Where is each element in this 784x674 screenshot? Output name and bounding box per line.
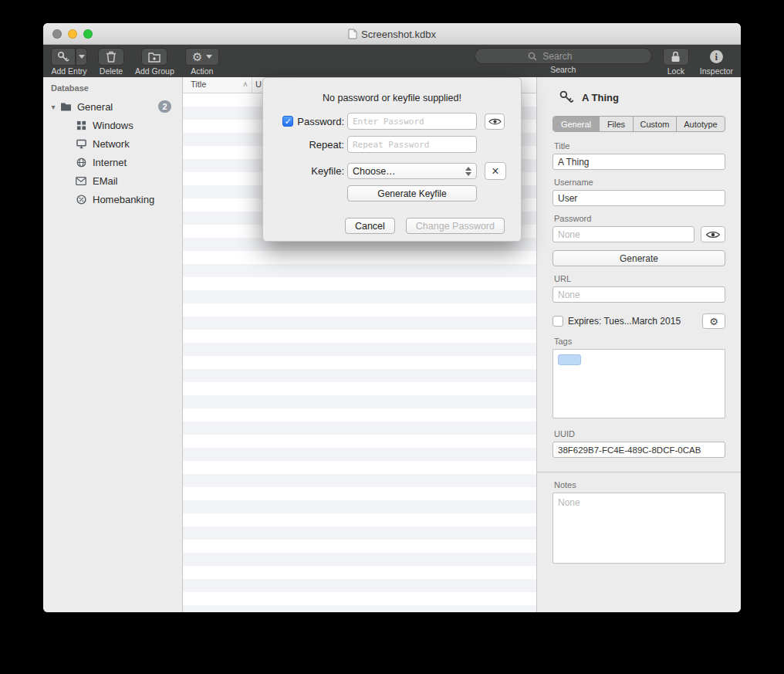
expires-label: Expires: Tues...March 2015 xyxy=(568,316,698,327)
url-field-label: URL xyxy=(554,274,725,283)
trash-icon xyxy=(106,51,117,63)
tab-custom[interactable]: Custom xyxy=(634,117,677,131)
sidebar: Database ▾ General 2 Windows xyxy=(43,77,183,612)
action-label: Action xyxy=(191,67,213,76)
generate-keyfile-button[interactable]: Generate Keyfile xyxy=(347,185,477,202)
url-field[interactable] xyxy=(553,286,725,303)
delete-tool: Delete xyxy=(98,48,124,76)
globe-icon xyxy=(74,157,88,168)
delete-label: Delete xyxy=(100,67,123,76)
reveal-password-button[interactable] xyxy=(701,226,725,242)
lock-tool: Lock xyxy=(663,48,689,76)
add-entry-dropdown[interactable] xyxy=(76,48,87,66)
keyfile-popup[interactable]: Choose… xyxy=(347,163,477,179)
title-bar[interactable]: Screenshot.kdbx xyxy=(43,23,741,45)
sidebar-item-homebanking[interactable]: Homebanking xyxy=(43,190,182,208)
column-header-title[interactable]: Title xyxy=(191,80,206,89)
add-group-button[interactable] xyxy=(141,48,167,66)
chevron-down-icon xyxy=(206,55,212,59)
title-field-label: Title xyxy=(554,141,725,151)
uuid-field[interactable] xyxy=(553,442,725,458)
sidebar-item-label: General xyxy=(77,101,113,113)
search-icon xyxy=(528,52,537,61)
sidebar-item-email[interactable]: EMail xyxy=(43,171,182,190)
notes-label: Notes xyxy=(554,480,725,489)
chevron-down-icon xyxy=(79,55,85,59)
disclosure-triangle-icon[interactable]: ▾ xyxy=(48,103,59,111)
sidebar-item-label: Windows xyxy=(93,120,133,131)
password-checkbox[interactable]: ✓ xyxy=(282,116,293,127)
tab-files[interactable]: Files xyxy=(600,117,634,131)
sidebar-item-label: EMail xyxy=(93,175,118,187)
document-icon xyxy=(348,29,357,39)
sidebar-item-network[interactable]: Network xyxy=(43,134,182,153)
desktop: Screenshot.kdbx Add Entry xyxy=(0,0,784,674)
inspector-header: A Thing xyxy=(559,90,725,105)
expires-checkbox[interactable] xyxy=(553,316,563,327)
inspector-divider xyxy=(537,472,741,472)
window-title: Screenshot.kdbx xyxy=(361,29,436,40)
key-icon xyxy=(559,90,574,105)
column-divider[interactable] xyxy=(252,77,252,93)
sort-ascending-icon: ˄ xyxy=(243,80,248,89)
tag-chip[interactable] xyxy=(558,354,581,365)
windows-icon xyxy=(74,120,88,130)
lock-label: Lock xyxy=(667,67,684,76)
window-title-area: Screenshot.kdbx xyxy=(43,23,741,45)
action-button[interactable]: ⚙ xyxy=(185,48,219,66)
folder-icon xyxy=(59,102,73,111)
notes-field[interactable]: None xyxy=(553,493,725,564)
close-x-icon: × xyxy=(492,164,498,178)
expires-settings-button[interactable]: ⚙ xyxy=(702,313,725,329)
title-field[interactable] xyxy=(553,154,725,170)
tab-general[interactable]: General xyxy=(553,117,600,131)
username-field[interactable] xyxy=(553,190,725,206)
action-tool: ⚙ Action xyxy=(185,48,219,76)
repeat-label: Repeat: xyxy=(309,139,344,151)
toolbar: Add Entry Delete Add Group xyxy=(43,45,741,77)
info-icon: i xyxy=(710,50,723,63)
password-field[interactable] xyxy=(553,226,694,242)
reveal-password-button[interactable] xyxy=(485,113,505,130)
column-header-username[interactable]: U xyxy=(255,80,262,89)
inspector-panel: A Thing General Files Custom Autotype Ti… xyxy=(537,77,741,612)
sidebar-item-general[interactable]: ▾ General 2 xyxy=(43,97,182,116)
sidebar-item-windows[interactable]: Windows xyxy=(43,116,182,134)
keyfile-value: Choose… xyxy=(353,166,396,177)
gear-icon: ⚙ xyxy=(192,51,202,63)
password-input[interactable] xyxy=(347,113,477,130)
sidebar-item-internet[interactable]: Internet xyxy=(43,153,182,171)
lock-button[interactable] xyxy=(663,48,689,66)
password-field-label: Password xyxy=(554,214,725,223)
eye-icon xyxy=(706,230,720,239)
tab-autotype[interactable]: Autotype xyxy=(677,117,725,131)
add-entry-button[interactable] xyxy=(51,48,87,66)
expires-row: Expires: Tues...March 2015 ⚙ xyxy=(553,313,725,329)
key-plus-icon[interactable] xyxy=(51,48,76,66)
uuid-label: UUID xyxy=(554,429,725,439)
password-row xyxy=(553,226,725,242)
change-password-button[interactable]: Change Password xyxy=(406,218,505,234)
eye-icon xyxy=(488,117,502,126)
envelope-icon xyxy=(74,177,88,185)
gear-icon: ⚙ xyxy=(709,316,718,327)
search-input[interactable] xyxy=(541,50,598,63)
sidebar-item-label: Network xyxy=(93,138,130,150)
repeat-input[interactable] xyxy=(347,136,477,153)
dialog-buttons: Cancel Change Password xyxy=(263,218,505,234)
tags-field[interactable] xyxy=(553,349,725,418)
cancel-button[interactable]: Cancel xyxy=(345,218,395,234)
username-field-label: Username xyxy=(554,178,725,187)
delete-button[interactable] xyxy=(98,48,124,66)
password-label: Password: xyxy=(297,116,344,127)
clear-keyfile-button[interactable]: × xyxy=(485,162,506,180)
inspector-button[interactable]: i xyxy=(703,48,729,66)
search-tool: Search xyxy=(475,48,652,74)
add-entry-label: Add Entry xyxy=(51,67,86,76)
add-group-label: Add Group xyxy=(135,67,174,76)
generate-button[interactable]: Generate xyxy=(553,250,725,266)
search-label: Search xyxy=(550,66,576,74)
inspector-tool: i Inspector xyxy=(700,48,733,76)
tags-label: Tags xyxy=(554,337,725,346)
search-field[interactable] xyxy=(475,48,652,64)
